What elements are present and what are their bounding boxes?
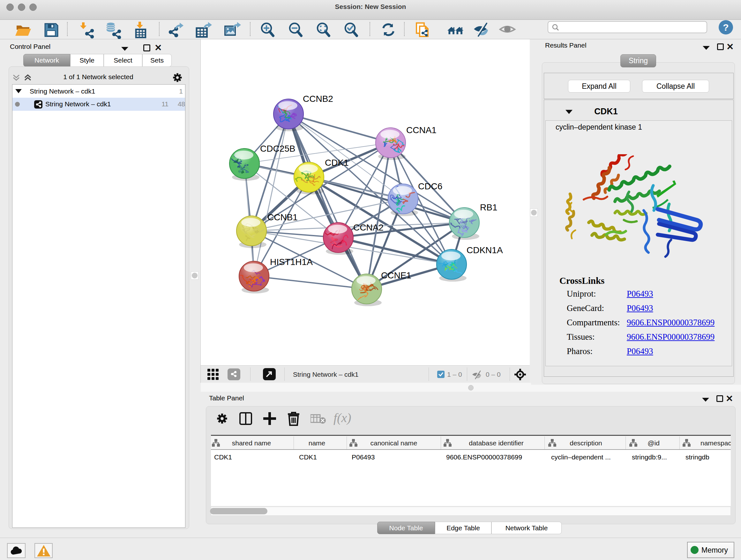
svg-text:description: description	[569, 439, 602, 447]
svg-text:CDC25B: CDC25B	[260, 144, 295, 153]
svg-text:CCNB1: CCNB1	[267, 212, 298, 222]
svg-text:CCNB2: CCNB2	[303, 94, 333, 104]
svg-text:RB1: RB1	[480, 202, 497, 212]
svg-text:namespace: namespace	[700, 439, 731, 447]
svg-text:CCNE1: CCNE1	[381, 270, 411, 280]
svg-text:@id: @id	[648, 439, 660, 447]
svg-text:canonical name: canonical name	[370, 439, 417, 447]
svg-text:CCNA2: CCNA2	[353, 223, 384, 233]
svg-text:CDK1: CDK1	[325, 158, 349, 168]
svg-text:shared name: shared name	[232, 439, 271, 447]
svg-text:database identifier: database identifier	[469, 439, 524, 447]
svg-text:name: name	[309, 439, 326, 447]
svg-text:CDC6: CDC6	[418, 181, 442, 191]
svg-text:CDKN1A: CDKN1A	[467, 245, 503, 255]
svg-text:HIST1H1A: HIST1H1A	[270, 257, 313, 267]
svg-text:CCNA1: CCNA1	[406, 125, 436, 135]
